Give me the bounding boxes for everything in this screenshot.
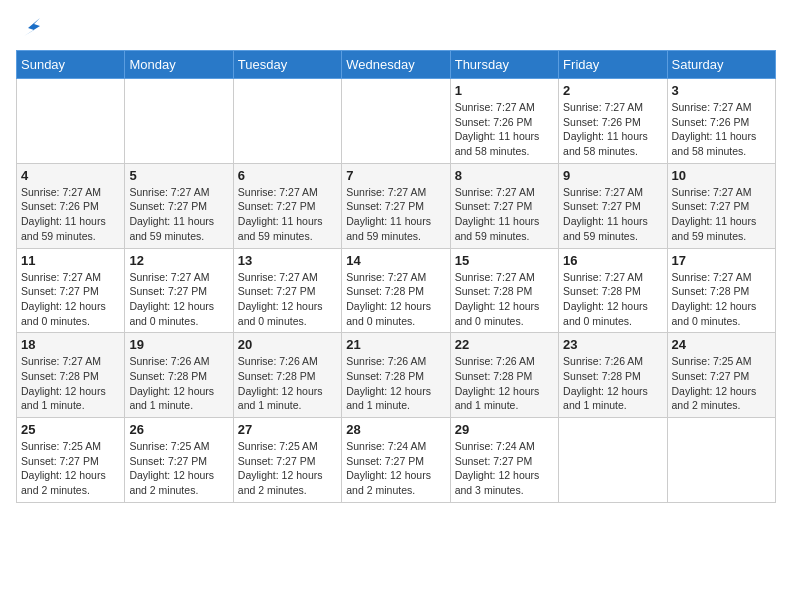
day-info: Sunrise: 7:25 AM Sunset: 7:27 PM Dayligh… <box>129 439 228 498</box>
calendar-cell: 12Sunrise: 7:27 AM Sunset: 7:27 PM Dayli… <box>125 248 233 333</box>
day-info: Sunrise: 7:25 AM Sunset: 7:27 PM Dayligh… <box>672 354 771 413</box>
day-number: 26 <box>129 422 228 437</box>
calendar-cell: 9Sunrise: 7:27 AM Sunset: 7:27 PM Daylig… <box>559 163 667 248</box>
day-number: 25 <box>21 422 120 437</box>
calendar-header-saturday: Saturday <box>667 51 775 79</box>
day-info: Sunrise: 7:27 AM Sunset: 7:27 PM Dayligh… <box>129 270 228 329</box>
day-info: Sunrise: 7:25 AM Sunset: 7:27 PM Dayligh… <box>21 439 120 498</box>
calendar-header-row: SundayMondayTuesdayWednesdayThursdayFrid… <box>17 51 776 79</box>
day-info: Sunrise: 7:26 AM Sunset: 7:28 PM Dayligh… <box>563 354 662 413</box>
day-number: 20 <box>238 337 337 352</box>
calendar-cell <box>559 418 667 503</box>
day-info: Sunrise: 7:27 AM Sunset: 7:26 PM Dayligh… <box>563 100 662 159</box>
calendar-header-tuesday: Tuesday <box>233 51 341 79</box>
calendar-cell <box>667 418 775 503</box>
day-number: 29 <box>455 422 554 437</box>
day-info: Sunrise: 7:27 AM Sunset: 7:28 PM Dayligh… <box>21 354 120 413</box>
calendar-cell: 26Sunrise: 7:25 AM Sunset: 7:27 PM Dayli… <box>125 418 233 503</box>
logo-icon <box>20 16 44 40</box>
calendar-cell <box>17 79 125 164</box>
calendar-cell: 29Sunrise: 7:24 AM Sunset: 7:27 PM Dayli… <box>450 418 558 503</box>
calendar-cell: 27Sunrise: 7:25 AM Sunset: 7:27 PM Dayli… <box>233 418 341 503</box>
day-number: 23 <box>563 337 662 352</box>
day-info: Sunrise: 7:26 AM Sunset: 7:28 PM Dayligh… <box>455 354 554 413</box>
day-info: Sunrise: 7:27 AM Sunset: 7:27 PM Dayligh… <box>21 270 120 329</box>
day-number: 16 <box>563 253 662 268</box>
calendar-cell: 25Sunrise: 7:25 AM Sunset: 7:27 PM Dayli… <box>17 418 125 503</box>
day-number: 4 <box>21 168 120 183</box>
day-number: 12 <box>129 253 228 268</box>
calendar-cell: 17Sunrise: 7:27 AM Sunset: 7:28 PM Dayli… <box>667 248 775 333</box>
day-number: 21 <box>346 337 445 352</box>
day-number: 18 <box>21 337 120 352</box>
calendar-cell: 16Sunrise: 7:27 AM Sunset: 7:28 PM Dayli… <box>559 248 667 333</box>
day-number: 13 <box>238 253 337 268</box>
day-number: 27 <box>238 422 337 437</box>
calendar-cell: 15Sunrise: 7:27 AM Sunset: 7:28 PM Dayli… <box>450 248 558 333</box>
calendar-header-sunday: Sunday <box>17 51 125 79</box>
calendar-week-row: 25Sunrise: 7:25 AM Sunset: 7:27 PM Dayli… <box>17 418 776 503</box>
calendar-cell: 23Sunrise: 7:26 AM Sunset: 7:28 PM Dayli… <box>559 333 667 418</box>
day-number: 28 <box>346 422 445 437</box>
calendar-cell: 13Sunrise: 7:27 AM Sunset: 7:27 PM Dayli… <box>233 248 341 333</box>
calendar-header-thursday: Thursday <box>450 51 558 79</box>
day-info: Sunrise: 7:27 AM Sunset: 7:28 PM Dayligh… <box>455 270 554 329</box>
calendar-cell: 18Sunrise: 7:27 AM Sunset: 7:28 PM Dayli… <box>17 333 125 418</box>
day-info: Sunrise: 7:27 AM Sunset: 7:26 PM Dayligh… <box>455 100 554 159</box>
day-info: Sunrise: 7:25 AM Sunset: 7:27 PM Dayligh… <box>238 439 337 498</box>
day-number: 19 <box>129 337 228 352</box>
calendar-cell: 24Sunrise: 7:25 AM Sunset: 7:27 PM Dayli… <box>667 333 775 418</box>
calendar-cell: 6Sunrise: 7:27 AM Sunset: 7:27 PM Daylig… <box>233 163 341 248</box>
calendar-cell <box>342 79 450 164</box>
logo <box>16 16 44 40</box>
day-number: 17 <box>672 253 771 268</box>
calendar-cell: 4Sunrise: 7:27 AM Sunset: 7:26 PM Daylig… <box>17 163 125 248</box>
day-info: Sunrise: 7:27 AM Sunset: 7:27 PM Dayligh… <box>238 270 337 329</box>
day-number: 7 <box>346 168 445 183</box>
day-info: Sunrise: 7:27 AM Sunset: 7:28 PM Dayligh… <box>563 270 662 329</box>
calendar-cell <box>233 79 341 164</box>
calendar-cell <box>125 79 233 164</box>
day-info: Sunrise: 7:27 AM Sunset: 7:27 PM Dayligh… <box>346 185 445 244</box>
day-info: Sunrise: 7:27 AM Sunset: 7:26 PM Dayligh… <box>672 100 771 159</box>
calendar-cell: 2Sunrise: 7:27 AM Sunset: 7:26 PM Daylig… <box>559 79 667 164</box>
day-number: 14 <box>346 253 445 268</box>
calendar-cell: 19Sunrise: 7:26 AM Sunset: 7:28 PM Dayli… <box>125 333 233 418</box>
day-info: Sunrise: 7:27 AM Sunset: 7:28 PM Dayligh… <box>672 270 771 329</box>
day-info: Sunrise: 7:27 AM Sunset: 7:27 PM Dayligh… <box>129 185 228 244</box>
day-info: Sunrise: 7:24 AM Sunset: 7:27 PM Dayligh… <box>455 439 554 498</box>
day-number: 9 <box>563 168 662 183</box>
calendar-cell: 10Sunrise: 7:27 AM Sunset: 7:27 PM Dayli… <box>667 163 775 248</box>
day-info: Sunrise: 7:27 AM Sunset: 7:27 PM Dayligh… <box>672 185 771 244</box>
day-number: 2 <box>563 83 662 98</box>
day-number: 22 <box>455 337 554 352</box>
calendar-header-friday: Friday <box>559 51 667 79</box>
calendar-cell: 7Sunrise: 7:27 AM Sunset: 7:27 PM Daylig… <box>342 163 450 248</box>
calendar-week-row: 1Sunrise: 7:27 AM Sunset: 7:26 PM Daylig… <box>17 79 776 164</box>
day-number: 8 <box>455 168 554 183</box>
day-number: 1 <box>455 83 554 98</box>
calendar-header-monday: Monday <box>125 51 233 79</box>
calendar-header-wednesday: Wednesday <box>342 51 450 79</box>
day-number: 10 <box>672 168 771 183</box>
calendar-cell: 1Sunrise: 7:27 AM Sunset: 7:26 PM Daylig… <box>450 79 558 164</box>
calendar-cell: 21Sunrise: 7:26 AM Sunset: 7:28 PM Dayli… <box>342 333 450 418</box>
day-info: Sunrise: 7:27 AM Sunset: 7:28 PM Dayligh… <box>346 270 445 329</box>
calendar-cell: 8Sunrise: 7:27 AM Sunset: 7:27 PM Daylig… <box>450 163 558 248</box>
day-number: 3 <box>672 83 771 98</box>
day-number: 15 <box>455 253 554 268</box>
svg-marker-0 <box>24 18 40 36</box>
calendar-cell: 5Sunrise: 7:27 AM Sunset: 7:27 PM Daylig… <box>125 163 233 248</box>
header <box>16 16 776 40</box>
calendar-cell: 11Sunrise: 7:27 AM Sunset: 7:27 PM Dayli… <box>17 248 125 333</box>
calendar-week-row: 11Sunrise: 7:27 AM Sunset: 7:27 PM Dayli… <box>17 248 776 333</box>
calendar-cell: 22Sunrise: 7:26 AM Sunset: 7:28 PM Dayli… <box>450 333 558 418</box>
calendar-week-row: 4Sunrise: 7:27 AM Sunset: 7:26 PM Daylig… <box>17 163 776 248</box>
day-info: Sunrise: 7:26 AM Sunset: 7:28 PM Dayligh… <box>129 354 228 413</box>
calendar-cell: 20Sunrise: 7:26 AM Sunset: 7:28 PM Dayli… <box>233 333 341 418</box>
day-info: Sunrise: 7:27 AM Sunset: 7:27 PM Dayligh… <box>238 185 337 244</box>
calendar-cell: 14Sunrise: 7:27 AM Sunset: 7:28 PM Dayli… <box>342 248 450 333</box>
calendar: SundayMondayTuesdayWednesdayThursdayFrid… <box>16 50 776 503</box>
day-info: Sunrise: 7:27 AM Sunset: 7:27 PM Dayligh… <box>563 185 662 244</box>
day-info: Sunrise: 7:26 AM Sunset: 7:28 PM Dayligh… <box>238 354 337 413</box>
